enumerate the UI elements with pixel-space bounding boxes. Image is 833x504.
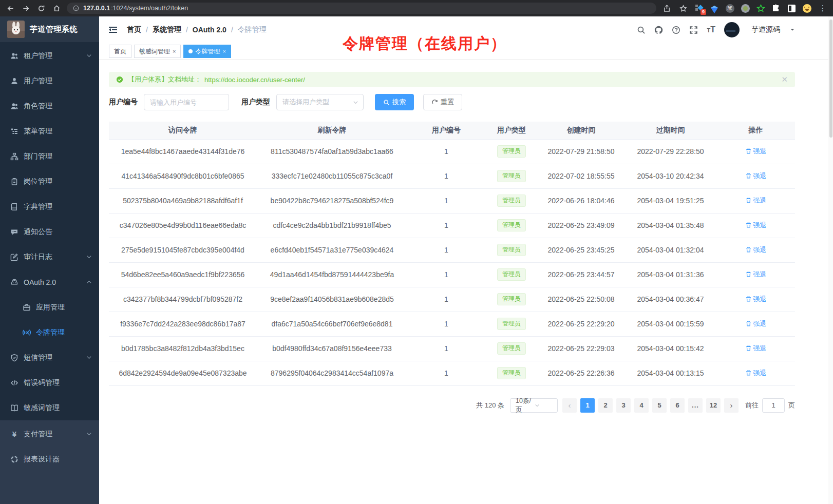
sidebar-item-app[interactable]: 应用管理 — [0, 295, 99, 320]
page-button[interactable]: 12 — [706, 398, 721, 413]
sidebar-item-dict[interactable]: 字典管理 — [0, 194, 99, 219]
github-icon[interactable] — [654, 26, 663, 34]
app-logo[interactable]: 芋道管理系统 — [0, 16, 99, 42]
scrollbar[interactable] — [828, 16, 833, 504]
force-logout-button[interactable]: 强退 — [745, 344, 767, 353]
sidebar-item-token[interactable]: 令牌管理 — [0, 320, 99, 345]
sidebar-item-user[interactable]: 用户管理 — [0, 68, 99, 93]
sidepanel-icon[interactable] — [787, 4, 796, 13]
extension-puzzle-icon[interactable] — [771, 4, 781, 13]
jump-page-input[interactable] — [762, 398, 785, 413]
fullscreen-icon[interactable] — [689, 26, 698, 34]
back-icon[interactable] — [5, 3, 15, 13]
browser-menu-icon[interactable]: ⋮ — [818, 3, 828, 13]
sidebar-item-oauth2[interactable]: OAuth 2.0 — [0, 269, 99, 295]
extension-badge: 9 — [701, 9, 706, 15]
cell-user_id: 1 — [407, 238, 485, 262]
force-logout-button[interactable]: 强退 — [745, 295, 767, 304]
breadcrumb-separator: / — [186, 26, 188, 34]
tab-close-icon[interactable]: × — [173, 49, 176, 54]
force-logout-button[interactable]: 强退 — [745, 270, 767, 279]
force-logout-button[interactable]: 强退 — [745, 171, 767, 181]
search-icon[interactable] — [637, 26, 646, 34]
tab-close-icon[interactable]: × — [222, 49, 225, 54]
next-page-button[interactable]: › — [724, 398, 739, 413]
extension-star-icon[interactable] — [756, 4, 765, 13]
font-size-icon[interactable]: TT — [707, 25, 715, 34]
breadcrumb-item[interactable]: 首页 — [127, 25, 141, 34]
sidebar-item-menu[interactable]: 菜单管理 — [0, 119, 99, 144]
bookmark-star-icon[interactable] — [678, 3, 688, 13]
extension-record-icon[interactable] — [741, 4, 750, 13]
sidebar-item-role[interactable]: 角色管理 — [0, 93, 99, 119]
sidebar-menu: 租户管理用户管理角色管理菜单管理部门管理岗位管理字典管理通知公告审计日志OAut… — [0, 42, 99, 504]
reset-button[interactable]: 重置 — [423, 94, 462, 110]
tab-active[interactable]: 令牌管理× — [183, 45, 231, 58]
force-logout-button[interactable]: 强退 — [745, 221, 767, 230]
forward-icon[interactable] — [21, 3, 31, 13]
page-button[interactable]: 6 — [670, 398, 685, 413]
sidebar-item-sms[interactable]: 短信管理 — [0, 345, 99, 370]
collapse-sidebar-icon[interactable] — [107, 24, 119, 35]
cell-user-type: 管理员 — [485, 164, 538, 188]
avatar[interactable] — [724, 22, 740, 37]
page-button[interactable]: 3 — [616, 398, 631, 413]
user-name[interactable]: 芋道源码 — [751, 25, 780, 34]
pager-ellipsis[interactable]: ... — [688, 398, 703, 413]
help-icon[interactable] — [672, 26, 680, 34]
tab-bar: 首页敏感词管理×令牌管理× — [99, 43, 833, 60]
user-id-input[interactable] — [144, 94, 229, 110]
sidebar-item-audit[interactable]: 审计日志 — [0, 244, 99, 269]
sidebar-item-notice[interactable]: 通知公告 — [0, 219, 99, 244]
reload-icon[interactable] — [36, 3, 46, 13]
force-logout-label: 强退 — [753, 147, 767, 156]
sidebar-item-report[interactable]: 报表设计器 — [0, 447, 99, 472]
force-logout-label: 强退 — [753, 270, 767, 279]
breadcrumb-item[interactable]: 系统管理 — [153, 25, 181, 34]
sidebar-item-label: 短信管理 — [24, 353, 86, 362]
sidebar-item-pay[interactable]: ¥支付管理 — [0, 421, 99, 447]
sidebar-item-errcode[interactable]: 错误码管理 — [0, 370, 99, 395]
home-icon[interactable] — [51, 3, 62, 13]
url-bar[interactable]: 127.0.0.1:1024/system/oauth2/token — [67, 3, 656, 14]
force-logout-button[interactable]: 强退 — [745, 369, 767, 378]
force-logout-button[interactable]: 强退 — [745, 147, 767, 156]
trash-icon — [745, 172, 752, 179]
cell-expires: 2022-07-29 22:28:50 — [624, 139, 716, 164]
sidebar-item-sensitive[interactable]: 敏感词管理 — [0, 395, 99, 420]
profile-avatar-icon[interactable] — [802, 4, 811, 13]
caret-down-icon[interactable] — [790, 27, 795, 32]
tab-home[interactable]: 首页 — [109, 45, 131, 58]
force-logout-button[interactable]: 强退 — [745, 245, 767, 255]
sidebar-item-label: 岗位管理 — [24, 177, 92, 186]
scrollbar-thumb[interactable] — [829, 20, 832, 138]
chevron-down-icon — [535, 403, 554, 408]
page-size-select[interactable]: 10条/页 — [510, 398, 558, 413]
page-button[interactable]: 4 — [634, 398, 649, 413]
search-button[interactable]: 搜索 — [375, 94, 414, 110]
share-icon[interactable] — [661, 3, 672, 13]
tab-item[interactable]: 敏感词管理× — [134, 45, 181, 58]
page-button[interactable]: 1 — [580, 398, 595, 413]
page-button[interactable]: 2 — [598, 398, 613, 413]
prev-page-button[interactable]: ‹ — [562, 398, 577, 413]
sidebar-item-tenant[interactable]: 租户管理 — [0, 43, 99, 68]
sidebar-item-dept[interactable]: 部门管理 — [0, 144, 99, 169]
info-icon[interactable] — [73, 5, 79, 11]
force-logout-button[interactable]: 强退 — [745, 319, 767, 328]
extension-gem-icon[interactable] — [710, 4, 719, 13]
sidebar-item-post[interactable]: 岗位管理 — [0, 169, 99, 194]
extension-chart-icon[interactable]: 9 — [694, 4, 704, 13]
cell-created: 2022-06-25 22:50:08 — [538, 287, 624, 312]
force-logout-label: 强退 — [753, 319, 767, 328]
force-logout-button[interactable]: 强退 — [745, 196, 767, 205]
breadcrumb-item[interactable]: OAuth 2.0 — [193, 26, 226, 34]
alert-link[interactable]: https://doc.iocoder.cn/user-center/ — [204, 76, 305, 84]
cell-action: 强退 — [716, 287, 795, 312]
extension-command-icon[interactable]: ⌘ — [725, 4, 734, 13]
menu-section-1: ¥支付管理报表设计器 — [0, 420, 99, 504]
user-type-select[interactable]: 请选择用户类型 — [276, 94, 364, 110]
page-button[interactable]: 5 — [652, 398, 667, 413]
close-icon[interactable]: ✕ — [781, 75, 788, 84]
shield-icon — [10, 354, 18, 362]
